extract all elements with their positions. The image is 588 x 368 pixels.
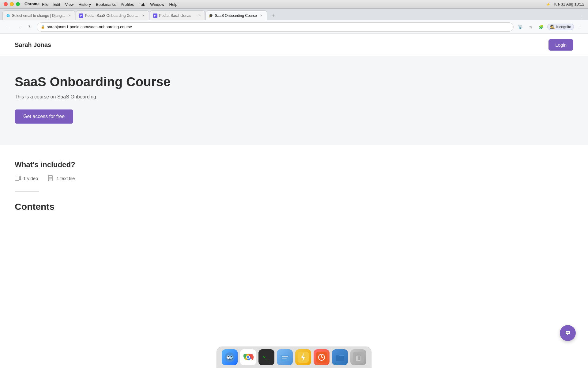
- included-items-list: 1 video 1 text file: [15, 175, 573, 181]
- dock-trash[interactable]: [350, 349, 366, 365]
- address-bar[interactable]: 🔒 sarahjonas1.podia.com/saas-onboarding-…: [37, 22, 514, 32]
- dock-chrome[interactable]: [240, 349, 256, 365]
- course-title: SaaS Onboarding Course: [15, 75, 573, 89]
- whats-included-title: What's included?: [15, 160, 573, 169]
- tab-4-favicon: 🎓: [209, 13, 213, 18]
- tab-3-close[interactable]: ✕: [197, 13, 202, 18]
- menu-file[interactable]: File: [40, 1, 51, 7]
- svg-point-9: [231, 356, 232, 357]
- extensions-icon[interactable]: 🧩: [537, 23, 545, 31]
- system-time: Tue 31 Aug 13:12: [553, 2, 584, 6]
- browser-chrome: 🌐 Select email to change | Djang... ✕ P …: [0, 9, 588, 34]
- included-item-video: 1 video: [15, 175, 38, 181]
- included-item-textfile: 1 text file: [48, 175, 75, 181]
- svg-point-8: [228, 356, 229, 357]
- bookmark-icon[interactable]: ☆: [526, 23, 535, 31]
- site-header: Sarah Jonas Login: [0, 34, 588, 56]
- tab-4-close[interactable]: ✕: [259, 13, 264, 18]
- tab-2-favicon: P: [79, 13, 83, 18]
- page-content: Sarah Jonas Login SaaS Onboarding Course…: [0, 34, 588, 356]
- tab-3-favicon: P: [153, 13, 157, 18]
- menu-window[interactable]: Window: [148, 1, 167, 7]
- tab-1-favicon: 🌐: [6, 13, 10, 18]
- svg-point-36: [568, 332, 569, 333]
- macos-dock: >_: [217, 347, 371, 368]
- minimize-button[interactable]: [10, 2, 14, 6]
- svg-rect-0: [15, 176, 19, 180]
- svg-point-34: [567, 332, 567, 333]
- tabs-bar: 🌐 Select email to change | Djang... ✕ P …: [0, 9, 588, 20]
- new-tab-button[interactable]: +: [269, 12, 277, 20]
- svg-rect-17: [282, 356, 288, 357]
- site-logo: Sarah Jonas: [15, 41, 51, 48]
- svg-rect-25: [336, 355, 344, 361]
- tab-2-close[interactable]: ✕: [141, 13, 146, 18]
- video-icon: [15, 175, 21, 181]
- titlebar-right: ⚡ Tue 31 Aug 13:12: [546, 2, 584, 6]
- maximize-button[interactable]: [16, 2, 20, 6]
- dock-bolt[interactable]: [295, 349, 311, 365]
- chat-support-button[interactable]: [560, 325, 576, 341]
- menu-icon[interactable]: ⋮: [576, 23, 584, 31]
- section-divider: [15, 191, 39, 192]
- login-button[interactable]: Login: [548, 39, 573, 51]
- svg-rect-18: [282, 358, 287, 358]
- tab-3-title: Podia: Sarah Jonas: [159, 13, 195, 18]
- textfile-label: 1 text file: [56, 176, 75, 181]
- browser-tab-4[interactable]: 🎓 SaaS Onboarding Course ✕: [205, 10, 267, 20]
- cast-icon[interactable]: 📡: [516, 23, 525, 31]
- hero-section: SaaS Onboarding Course This is a course …: [0, 56, 588, 145]
- tab-2-title: Podia: SaaS Onboarding Cours...: [85, 13, 139, 18]
- forward-button[interactable]: →: [15, 23, 23, 31]
- tab-1-close[interactable]: ✕: [67, 13, 72, 18]
- menu-edit[interactable]: Edit: [51, 1, 62, 7]
- macos-titlebar: Chrome File Edit View History Bookmarks …: [0, 0, 588, 9]
- video-label: 1 video: [23, 176, 38, 181]
- svg-text:>_: >_: [263, 355, 268, 359]
- menu-profiles[interactable]: Profiles: [118, 1, 136, 7]
- dock-files[interactable]: [277, 349, 293, 365]
- menu-tab[interactable]: Tab: [136, 1, 148, 7]
- course-description: This is a course on SaaS Onboarding: [15, 94, 573, 100]
- reload-button[interactable]: ↻: [26, 23, 34, 31]
- dock-timer[interactable]: [314, 349, 330, 365]
- contents-title: Contents: [15, 201, 573, 212]
- dock-folder[interactable]: [332, 349, 348, 365]
- incognito-icon: 🕵️: [550, 25, 555, 29]
- svg-rect-29: [357, 354, 360, 355]
- lock-icon: 🔒: [41, 25, 45, 29]
- browser-toolbar: ← → ↻ 🔒 sarahjonas1.podia.com/saas-onboa…: [0, 20, 588, 34]
- profile-button[interactable]: 🕵️ Incognito: [547, 24, 574, 30]
- close-button[interactable]: [4, 2, 8, 6]
- macos-menu: Chrome File Edit View History Bookmarks …: [24, 1, 180, 7]
- traffic-lights[interactable]: [4, 2, 20, 6]
- menu-bookmarks[interactable]: Bookmarks: [93, 1, 118, 7]
- dock-terminal[interactable]: >_: [258, 349, 274, 365]
- tab-list-button[interactable]: ⋮: [576, 13, 586, 20]
- svg-point-35: [567, 332, 568, 333]
- app-name[interactable]: Chrome: [24, 1, 40, 7]
- included-section: What's included? 1 video: [0, 145, 588, 221]
- profile-name: Incognito: [556, 25, 571, 29]
- toolbar-right: 📡 ☆ 🧩 🕵️ Incognito ⋮: [516, 23, 584, 31]
- menu-history[interactable]: History: [76, 1, 93, 7]
- url-display: sarahjonas1.podia.com/saas-onboarding-co…: [47, 25, 510, 29]
- svg-point-13: [247, 356, 249, 358]
- menu-help[interactable]: Help: [167, 1, 180, 7]
- textfile-icon: [48, 175, 54, 181]
- tab-1-title: Select email to change | Djang...: [12, 13, 65, 18]
- back-button[interactable]: ←: [4, 23, 12, 31]
- browser-tab-2[interactable]: P Podia: SaaS Onboarding Cours... ✕: [76, 10, 149, 20]
- get-access-button[interactable]: Get access for free: [15, 109, 73, 124]
- menu-view[interactable]: View: [62, 1, 76, 7]
- tab-4-title: SaaS Onboarding Course: [215, 13, 257, 18]
- browser-tab-1[interactable]: 🌐 Select email to change | Djang... ✕: [2, 10, 75, 20]
- browser-tab-3[interactable]: P Podia: Sarah Jonas ✕: [150, 10, 205, 20]
- dock-finder[interactable]: [222, 349, 238, 365]
